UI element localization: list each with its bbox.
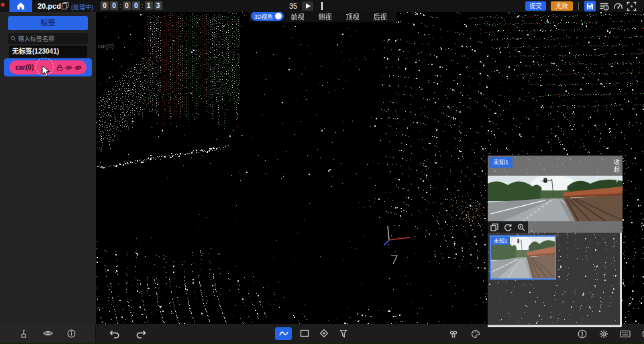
tag-button[interactable]: 标签 (8, 16, 88, 30)
fullscreen-icon (627, 1, 637, 11)
search-input[interactable] (18, 36, 85, 42)
file-name: 20.pcd (38, 2, 61, 10)
camera-label-badge: 未知1 (489, 157, 513, 168)
bottom-left-tools (0, 324, 96, 343)
undo-button[interactable] (107, 327, 121, 341)
chevron-right-icon: › (616, 176, 619, 185)
invalid-button[interactable]: 无效 (551, 1, 573, 11)
toggle-knob-icon (275, 13, 282, 19)
label-item-actions (56, 64, 82, 71)
top-bar: 20.pcd (处理中) 0 0 : 0 0 : 1 3 35 提交 无效 (0, 0, 644, 12)
lock-icon[interactable] (56, 64, 63, 71)
far-right-tools: ? (576, 327, 644, 341)
timer-digit: 0 (132, 1, 140, 10)
rect-tool-button[interactable] (298, 327, 311, 340)
warning-button[interactable] (576, 327, 589, 341)
camera-thumbnail[interactable]: 未知1 (490, 235, 556, 280)
dashboard-button[interactable] (613, 1, 623, 11)
fullscreen-button[interactable] (627, 1, 637, 11)
cluster-icon (449, 330, 458, 339)
annotation-app: 20.pcd (处理中) 0 0 : 0 0 : 1 3 35 提交 无效 (0, 0, 644, 344)
undo-redo-group (107, 327, 148, 341)
gauge-icon (613, 1, 623, 11)
brush-tool-button[interactable] (17, 327, 31, 340)
frame-number: 35 (289, 2, 297, 10)
timer-digit: 0 (110, 1, 118, 10)
tab-front-view[interactable]: 前视 (284, 11, 311, 21)
history-icon (599, 1, 609, 11)
label-search[interactable] (8, 33, 88, 44)
horizontal-scrollbar[interactable] (488, 325, 621, 327)
camera-toolbar (488, 221, 528, 233)
history-button[interactable] (599, 1, 609, 11)
warning-icon (578, 329, 587, 339)
status-text: (处理中) (71, 3, 93, 11)
redo-icon (136, 329, 147, 339)
home-button[interactable] (9, 0, 32, 12)
view-mode-label: 3D视角 (254, 12, 273, 20)
mouse-cursor-icon (42, 65, 50, 77)
search-icon (11, 36, 16, 42)
redo-button[interactable] (134, 327, 148, 341)
eye-icon[interactable] (65, 64, 72, 71)
undo-icon (109, 329, 120, 339)
text-caret (321, 2, 323, 10)
timer: 0 0 : 0 0 : 1 3 (101, 1, 162, 10)
tab-top-view[interactable]: 顶视 (339, 11, 366, 21)
home-icon (17, 2, 25, 10)
settings-button[interactable] (597, 327, 610, 341)
keyboard-shortcuts-button[interactable] (619, 327, 632, 341)
thumbnail-label-badge: 未知1 (491, 237, 510, 245)
frames-icon (62, 2, 68, 9)
play-icon (306, 3, 311, 9)
palette-button[interactable] (469, 327, 482, 341)
vertical-scrollbar[interactable] (620, 233, 622, 327)
filter-icon (339, 329, 347, 338)
timer-digit: 0 (101, 1, 109, 10)
info-button[interactable] (65, 327, 78, 340)
save-icon (586, 3, 594, 10)
camera-photo[interactable] (488, 176, 623, 221)
help-button[interactable]: ? (640, 327, 644, 341)
zoom-in-icon[interactable] (517, 223, 525, 231)
timer-colon: : (119, 1, 121, 10)
filter-tool-button[interactable] (337, 327, 350, 340)
gear-icon (599, 329, 608, 339)
timer-digit: 0 (123, 1, 131, 10)
palette-icon (471, 329, 480, 339)
copy-icon[interactable] (490, 223, 498, 231)
drag-ghost-label: car(0) (98, 43, 114, 50)
curve-tool-button[interactable] (275, 327, 292, 340)
collapse-label: 收起 (612, 159, 621, 174)
play-button[interactable] (302, 1, 313, 11)
visibility-button[interactable] (41, 327, 54, 340)
divider (578, 2, 579, 10)
cluster-button[interactable] (447, 327, 460, 341)
tab-side-view[interactable]: 侧视 (311, 11, 339, 21)
submit-button[interactable]: 提交 (525, 1, 546, 11)
zoom-overview-panel: 未知1 (488, 233, 621, 327)
rectangle-icon (300, 329, 309, 337)
timer-colon: : (142, 1, 144, 10)
eye-icon (43, 329, 53, 337)
tab-rear-view[interactable]: 后视 (366, 11, 394, 21)
eye-off-icon[interactable] (74, 64, 82, 71)
camera-panel: 未知1 收起 › (488, 156, 623, 233)
wave-icon (278, 329, 289, 337)
target-tool-button[interactable] (317, 327, 331, 340)
right-mid-tools (447, 327, 482, 341)
timer-digit: 1 (145, 1, 153, 10)
info-icon (67, 329, 76, 338)
label-item-unlabeled[interactable]: 无标签(123041) (9, 46, 87, 58)
brush-icon (19, 329, 28, 338)
timer-digit: 3 (154, 1, 162, 10)
view-mode-toggle[interactable]: 3D视角 (251, 11, 284, 21)
target-icon (319, 329, 329, 338)
keyboard-icon (620, 330, 631, 338)
refresh-icon[interactable] (504, 223, 512, 231)
recording-dot-icon (1, 3, 5, 7)
save-button[interactable] (584, 1, 596, 11)
collapse-panel-button[interactable]: 收起 › (612, 159, 621, 185)
center-tools (275, 327, 350, 340)
